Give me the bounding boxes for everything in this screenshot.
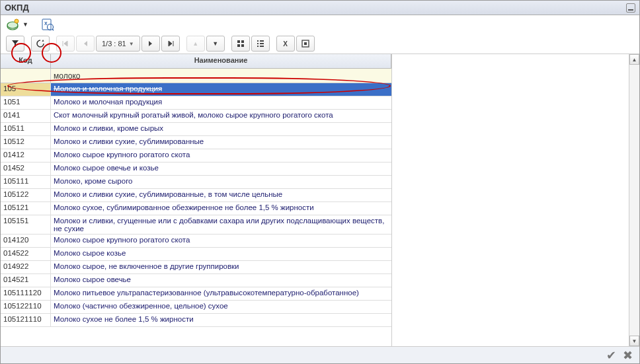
scroll-down-icon[interactable]: ▼	[629, 336, 639, 346]
cell-code: 105121	[1, 202, 51, 215]
body: Код Наименование 105Молоко и молочная пр…	[1, 54, 639, 346]
svg-rect-10	[241, 44, 244, 47]
view-cards-button[interactable]	[231, 36, 250, 52]
svg-text:X: X	[44, 21, 48, 26]
nav-next-button[interactable]	[141, 36, 160, 52]
cell-name: Молоко сырое, не включенное в другие гру…	[51, 261, 391, 273]
cell-name: Молоко (частично обезжиренное, цельное) …	[51, 301, 391, 313]
svg-rect-13	[257, 43, 259, 44]
nav-last-button[interactable]	[161, 36, 180, 52]
table-row[interactable]: 01412Молоко сырое крупного рогатого скот…	[1, 149, 391, 163]
scrollbar[interactable]: ▲ ▼	[629, 54, 639, 346]
cell-code: 1051	[1, 96, 51, 109]
table-row[interactable]: 0141Скот молочный крупный рогатый живой,…	[1, 110, 391, 123]
header-name[interactable]: Наименование	[51, 54, 391, 68]
table-row[interactable]: 014922Молоко сырое, не включенное в друг…	[1, 261, 391, 274]
filter-code-cell[interactable]	[1, 69, 51, 83]
table-row[interactable]: 10511Молоко и сливки, кроме сырых	[1, 123, 391, 136]
new-record-dropdown-icon[interactable]: ▼	[22, 21, 28, 28]
table-row[interactable]: 014120Молоко сырое крупного рогатого ско…	[1, 235, 391, 248]
cell-code: 105111120	[1, 287, 51, 300]
minimize-icon[interactable]	[626, 3, 635, 13]
cell-name: Молоко сырое козье	[51, 248, 391, 260]
filter-name-cell	[51, 69, 391, 83]
view-list-button[interactable]	[251, 36, 270, 52]
window-title: ОКПД	[5, 3, 29, 13]
cell-code: 10511	[1, 123, 51, 135]
grid: Код Наименование 105Молоко и молочная пр…	[1, 54, 392, 346]
table-row[interactable]: 105111Молоко, кроме сырого	[1, 176, 391, 189]
filter-row	[1, 69, 391, 83]
cell-name: Молоко сырое овечье	[51, 274, 391, 287]
table-row[interactable]: 105122Молоко и сливки сухие, сублимирова…	[1, 189, 391, 202]
svg-rect-7	[237, 40, 240, 43]
filter-name-input[interactable]	[51, 69, 391, 83]
cell-name: Молоко и сливки, кроме сырых	[51, 123, 391, 135]
cell-code: 014922	[1, 261, 51, 273]
table-row[interactable]: 105Молоко и молочная продукция	[1, 83, 391, 96]
page-indicator[interactable]: 1/3 : 81 ▼	[96, 36, 140, 52]
header-code[interactable]: Код	[1, 54, 51, 68]
table-row[interactable]: 1051Молоко и молочная продукция	[1, 96, 391, 110]
toolbar-nav: 1/3 : 81 ▼ ▲ ▼ X	[1, 34, 639, 54]
new-record-icon[interactable]	[6, 17, 20, 32]
cell-code: 105122	[1, 189, 51, 201]
svg-line-6	[52, 29, 54, 30]
table-row[interactable]: 01452Молоко сырое овечье и козье	[1, 163, 391, 176]
grid-body: 105Молоко и молочная продукция1051Молоко…	[1, 83, 391, 346]
refresh-button[interactable]	[31, 36, 50, 52]
excel-x-button[interactable]: X	[276, 36, 295, 52]
cell-name: Молоко и сливки сухие, сублимированные	[51, 136, 391, 149]
nav-prev-button[interactable]	[76, 36, 95, 52]
svg-rect-15	[257, 46, 259, 47]
cell-name: Молоко сырое крупного рогатого скота	[51, 149, 391, 162]
detail-pane	[392, 54, 629, 346]
cell-code: 10512	[1, 136, 51, 149]
svg-rect-18	[304, 42, 307, 45]
table-row[interactable]: 105121110Молоко сухое не более 1,5 % жир…	[1, 314, 391, 327]
table-row[interactable]: 105151Молоко и сливки, сгущенные или с д…	[1, 215, 391, 235]
table-row[interactable]: 014521Молоко сырое овечье	[1, 274, 391, 287]
table-row[interactable]: 105111120Молоко питьевое ультрапастеризо…	[1, 287, 391, 301]
table-row[interactable]: 105121Молоко сухое, сублимированное обез…	[1, 202, 391, 215]
svg-rect-11	[257, 40, 259, 42]
cell-name: Молоко и сливки, сгущенные или с добавка…	[51, 215, 391, 234]
table-row[interactable]: 014522Молоко сырое козье	[1, 248, 391, 261]
cell-name: Молоко и сливки сухие, сублимированные, …	[51, 189, 391, 201]
nav-first-button[interactable]	[56, 36, 75, 52]
cell-name: Молоко питьевое ультрапастеризованное (у…	[51, 287, 391, 300]
table-row[interactable]: 10512Молоко и сливки сухие, сублимирован…	[1, 136, 391, 149]
cell-code: 0141	[1, 110, 51, 122]
titlebar: ОКПД	[1, 1, 639, 15]
cell-code: 105121110	[1, 314, 51, 326]
svg-rect-9	[237, 44, 240, 47]
cell-name: Молоко сырое овечье и козье	[51, 163, 391, 175]
cell-name: Молоко сухое не более 1,5 % жирности	[51, 314, 391, 326]
cell-code: 014120	[1, 235, 51, 247]
svg-rect-8	[241, 40, 244, 43]
cell-code: 105111	[1, 176, 51, 188]
cell-code: 014521	[1, 274, 51, 287]
scroll-up-icon[interactable]: ▲	[629, 54, 639, 65]
cell-code: 01452	[1, 163, 51, 175]
fullscreen-button[interactable]	[296, 36, 315, 52]
cell-code: 105122110	[1, 301, 51, 313]
cell-name: Молоко и молочная продукция	[51, 96, 391, 109]
footer: ✔ ✖	[1, 346, 639, 363]
cell-name: Молоко сырое крупного рогатого скота	[51, 235, 391, 247]
scroll-track[interactable]	[629, 65, 639, 336]
filter-button[interactable]	[6, 36, 24, 52]
confirm-icon[interactable]: ✔	[606, 348, 616, 363]
cell-name: Скот молочный крупный рогатый живой, мол…	[51, 110, 391, 122]
sort-desc-button[interactable]: ▼	[206, 36, 225, 52]
cancel-icon[interactable]: ✖	[623, 348, 633, 363]
svg-rect-14	[260, 43, 264, 44]
cell-name: Молоко и молочная продукция	[51, 83, 391, 96]
excel-export-icon[interactable]: X	[40, 17, 55, 32]
toolbar-main: ▼ X	[1, 15, 639, 34]
window: ОКПД ▼ X	[0, 0, 640, 364]
svg-point-2	[15, 19, 19, 23]
cell-code: 014522	[1, 248, 51, 260]
sort-asc-button[interactable]: ▲	[186, 36, 205, 52]
table-row[interactable]: 105122110Молоко (частично обезжиренное, …	[1, 301, 391, 314]
